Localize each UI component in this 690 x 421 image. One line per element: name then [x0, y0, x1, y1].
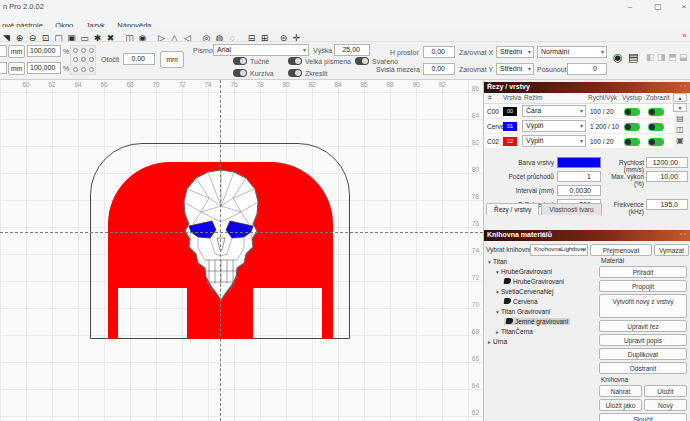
tree-folder[interactable]: ▾SvetlaCervenaNej — [486, 288, 598, 298]
edit-cut-button[interactable]: Upravit řez — [599, 320, 687, 332]
title-bar: n Pro 2.0.02 – ▢ × — [0, 0, 690, 14]
preview-icon[interactable]: ◉ — [613, 51, 623, 64]
merge-button[interactable]: Sloučit — [599, 413, 687, 421]
tree-folder[interactable]: ▾HrubeGravirovani — [486, 268, 598, 278]
save-as-button[interactable]: Uložit jako — [599, 399, 642, 411]
save-button[interactable]: Uložit — [644, 385, 687, 397]
interval-field[interactable]: 0,0030 — [557, 185, 601, 196]
uppercase-toggle[interactable] — [288, 57, 302, 65]
width-field-cut[interactable] — [0, 45, 7, 57]
bold-toggle[interactable] — [233, 57, 247, 65]
app-window: n Pro 2.0.02 – ▢ × ové nástroje Okno Jaz… — [0, 0, 690, 421]
tree-item[interactable]: Cervena — [486, 298, 598, 308]
close-button[interactable]: × — [676, 1, 690, 12]
maximize-button[interactable]: ▢ — [650, 1, 666, 12]
load-button[interactable]: Nahrát — [599, 385, 642, 397]
material-tree: ▾Titan ▾HrubeGravirovani HrubeGravirovan… — [486, 258, 598, 348]
height-unit-button[interactable]: mm — [8, 62, 25, 75]
ruler-tick-label: 62 — [39, 81, 65, 88]
tree-folder[interactable]: ▾Titan Gravirovani — [486, 308, 598, 318]
vspace-field[interactable]: 0,00 — [423, 63, 455, 75]
layer-mode-dropdown[interactable]: Výplň — [522, 135, 586, 147]
max-power-field[interactable]: 10,00 — [646, 171, 688, 182]
ruler-tick-label: 92 — [429, 81, 455, 88]
width-unit-button[interactable]: mm — [8, 45, 25, 58]
aligny-dropdown[interactable]: Střední — [496, 63, 534, 75]
clear-library-button[interactable]: Vymazat — [654, 244, 689, 256]
layer-row[interactable]: Cervena 01 Výplň 1 200 / 10 — [484, 119, 674, 134]
layer-row[interactable]: C02 02 Výplň 100 / 20 — [484, 134, 674, 149]
height-percent-field[interactable]: 100,000 — [27, 62, 61, 74]
panel-window-icons[interactable]: ▫▫ — [680, 83, 688, 89]
font-dropdown[interactable]: Arial — [213, 44, 309, 56]
scroll-down-button[interactable]: ▼ — [673, 103, 687, 112]
panel-window-icons[interactable]: ▫▫ — [680, 231, 688, 237]
output-toggle[interactable] — [624, 138, 640, 146]
delete-layer-icon[interactable]: ▤ — [673, 113, 687, 124]
link-button[interactable]: Propojit — [599, 280, 687, 292]
new-button[interactable]: Nový — [644, 399, 687, 411]
font-height-field[interactable]: 25,00 — [334, 44, 370, 56]
anchor-point-selector[interactable] — [70, 45, 96, 75]
toolbar-overflow-chevron[interactable]: » — [682, 31, 686, 40]
tree-folder[interactable]: ▾Titan — [486, 258, 598, 268]
style-dropdown[interactable]: Normální — [537, 46, 607, 58]
rotate-field[interactable]: 0,00 — [123, 53, 155, 65]
show-toggle[interactable] — [648, 123, 664, 131]
paste-settings-icon[interactable]: ▣ — [673, 135, 687, 146]
layer-color-swatch[interactable]: 00 — [503, 107, 517, 116]
layer-mode-dropdown[interactable]: Čára — [522, 105, 586, 117]
tree-folder[interactable]: ▸Urna — [486, 338, 598, 348]
show-toggle[interactable] — [648, 138, 664, 146]
assign-button[interactable]: Přiřadit — [599, 266, 687, 278]
align-right-icon[interactable]: ◨ — [657, 52, 666, 62]
remove-button[interactable]: Odstranit — [599, 362, 687, 374]
align-top-icon[interactable]: ⬒ — [668, 52, 677, 62]
height-field-cut[interactable] — [0, 62, 7, 74]
distort-toggle[interactable] — [288, 69, 302, 77]
layer-color-swatch[interactable]: 01 — [503, 122, 517, 131]
ruler-tick-label: 84 — [325, 81, 351, 88]
duplicate-button[interactable]: Duplikovat — [599, 348, 687, 360]
italic-toggle[interactable] — [233, 69, 247, 77]
rename-library-button[interactable]: Přejmenovat — [590, 244, 652, 256]
tree-item-selected[interactable]: Jemné gravirovani — [486, 318, 598, 328]
tab-cuts-layers[interactable]: Řezy / vrstvy — [486, 203, 539, 215]
offset-field[interactable]: 0 — [567, 63, 607, 75]
cuts-panel-titlebar[interactable]: Řezy / vrstvy ▫▫ — [484, 82, 690, 93]
material-test-icon[interactable]: ▤ — [628, 51, 638, 64]
aligny-label: Zarovnat Y — [459, 66, 493, 73]
alignx-dropdown[interactable]: Střední — [496, 46, 534, 58]
layer-row[interactable]: C00 00 Čára 100 / 20 — [484, 104, 674, 119]
create-from-layer-button[interactable]: Vytvořit nový z vrstvy — [599, 294, 687, 318]
backplate-red-leg-left[interactable] — [108, 288, 118, 339]
skull-artwork[interactable] — [171, 168, 271, 302]
layer-color-chip[interactable] — [557, 157, 601, 168]
frequency-field[interactable]: 195,0 — [646, 199, 688, 210]
welded-toggle[interactable] — [355, 57, 369, 65]
copy-settings-icon[interactable]: ◫ — [673, 124, 687, 135]
layer-color-swatch[interactable]: 02 — [503, 137, 517, 146]
mm-button[interactable]: mm — [160, 51, 184, 68]
output-toggle[interactable] — [624, 123, 640, 131]
speed-field[interactable]: 1200,00 — [646, 157, 688, 168]
tab-shape-properties[interactable]: Vlastnosti tvaru — [541, 203, 601, 215]
library-panel-titlebar[interactable]: Knihovna materiálů ▫▫ — [484, 230, 690, 241]
edit-description-button[interactable]: Upravit popis — [599, 334, 687, 346]
show-toggle[interactable] — [648, 108, 664, 116]
layer-mode-dropdown[interactable]: Výplň — [522, 120, 586, 132]
backplate-red-leg-right[interactable] — [322, 288, 333, 339]
design-canvas[interactable]: 6062646668707274767880828486889092 86848… — [0, 80, 483, 421]
tree-item[interactable]: HrubeGravirovani — [486, 278, 598, 288]
scroll-up-button[interactable]: ▲ — [673, 93, 687, 102]
library-dropdown[interactable]: KnohovnaLightburn — [530, 244, 588, 256]
passes-field[interactable]: 1 — [557, 171, 601, 182]
output-toggle[interactable] — [624, 108, 640, 116]
width-percent-field[interactable]: 100,000 — [27, 45, 61, 57]
tree-folder[interactable]: ▸TitanČerna — [486, 328, 598, 338]
distort-label: Zkreslit — [305, 70, 328, 77]
hspace-field[interactable]: 0,00 — [423, 46, 455, 58]
align-left-icon[interactable]: ◧ — [646, 52, 655, 62]
align-bottom-icon[interactable]: ⬓ — [679, 52, 688, 62]
minimize-button[interactable]: – — [622, 1, 638, 12]
